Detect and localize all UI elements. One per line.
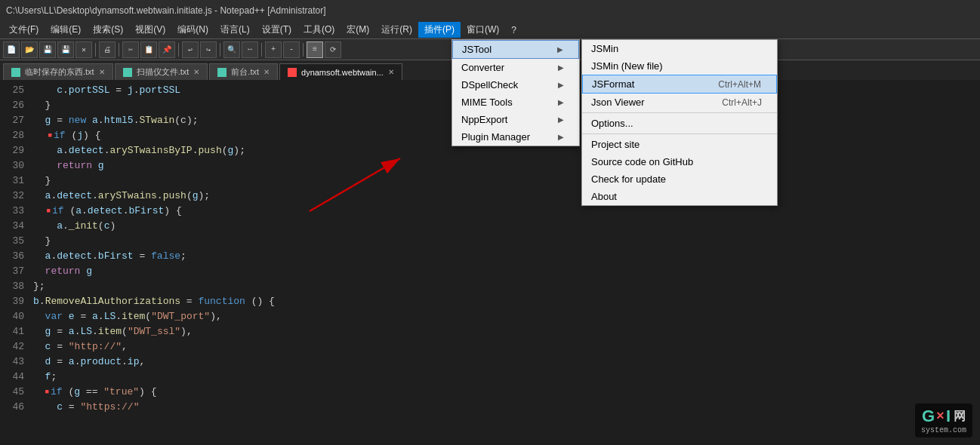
toolbar-paste[interactable]: 📌 xyxy=(159,41,175,58)
toolbar-replace[interactable]: ↔ xyxy=(242,41,258,58)
menu-plugins[interactable]: 插件(P) xyxy=(418,22,461,38)
code-area: 25 26 27 28 29 30 31 32 33 34 35 36 37 3… xyxy=(0,80,980,445)
menu-file[interactable]: 文件(F) xyxy=(3,22,45,38)
tab-icon-frontend xyxy=(217,68,227,77)
line-numbers: 25 26 27 28 29 30 31 32 33 34 35 36 37 3… xyxy=(0,80,30,445)
separator-3 xyxy=(178,43,179,57)
menu-macro[interactable]: 宏(M) xyxy=(341,22,375,38)
toolbar-copy[interactable]: 📋 xyxy=(140,41,157,58)
code-line-25: c.portSSL = j.portSSL xyxy=(30,83,980,98)
code-line-41: g = a.LS.item("DWT_ssl"), xyxy=(30,324,980,339)
tab-scan[interactable]: 扫描仪文件.txt ✕ xyxy=(115,63,208,80)
code-line-33: ■if (a.detect.bFirst) { xyxy=(30,204,980,219)
separator-4 xyxy=(220,43,220,57)
menu-settings[interactable]: 设置(T) xyxy=(256,22,297,38)
toolbar-close[interactable]: ✕ xyxy=(76,41,92,58)
toolbar-sync[interactable]: ⟳ xyxy=(325,41,341,58)
title-text: C:\Users\LL\Desktop\dynamsoft.webtwain.i… xyxy=(6,5,326,16)
toolbar-open[interactable]: 📂 xyxy=(21,41,38,58)
code-line-26: } xyxy=(30,98,980,113)
code-line-40: var e = a.LS.item("DWT_port"), xyxy=(30,309,980,324)
code-line-44: f; xyxy=(30,370,980,385)
watermark-net: 网 xyxy=(954,409,966,425)
tabs-bar: 临时保存的东西.txt ✕ 扫描仪文件.txt ✕ 前台.txt ✕ dynam… xyxy=(0,60,980,80)
tab-close-frontend[interactable]: ✕ xyxy=(263,68,270,76)
code-line-45: ■if (g == "true") { xyxy=(30,385,980,400)
watermark-g: G xyxy=(922,407,935,426)
menu-window[interactable]: 窗口(W) xyxy=(461,22,505,38)
code-line-32: a.detect.arySTwains.push(g); xyxy=(30,189,980,204)
code-line-39: b.RemoveAllAuthorizations = function () … xyxy=(30,294,980,309)
separator-6 xyxy=(303,43,304,57)
watermark-i: I xyxy=(946,407,951,426)
watermark-x: × xyxy=(936,409,945,424)
code-line-28: ■if (j) { xyxy=(30,128,980,143)
tab-icon-scan xyxy=(123,68,132,77)
toolbar-cut[interactable]: ✂ xyxy=(122,41,139,58)
tab-close-scan[interactable]: ✕ xyxy=(193,68,199,76)
code-line-30: return g xyxy=(30,158,980,173)
code-content[interactable]: c.portSSL = j.portSSL } g = new a.html5.… xyxy=(30,80,980,445)
watermark: G × I 网 system.com xyxy=(915,404,972,437)
tab-dynamsoft[interactable]: dynamsoft.webtwain... ✕ xyxy=(279,63,402,80)
toolbar-zoom-in[interactable]: + xyxy=(265,41,282,58)
code-line-29: a.detect.arySTwainsByIP.push(g); xyxy=(30,143,980,158)
menu-language[interactable]: 语言(L) xyxy=(214,22,256,38)
toolbar-save[interactable]: 💾 xyxy=(39,41,56,58)
toolbar-print[interactable]: 🖨 xyxy=(99,41,116,58)
menu-search[interactable]: 搜索(S) xyxy=(87,22,129,38)
separator-5 xyxy=(261,43,262,57)
code-line-36: a.detect.bFirst = false; xyxy=(30,249,980,264)
code-line-31: } xyxy=(30,173,980,189)
toolbar-zoom-out[interactable]: - xyxy=(283,41,300,58)
code-line-43: d = a.product.ip, xyxy=(30,354,980,370)
toolbar-new[interactable]: 📄 xyxy=(3,41,20,58)
menu-view[interactable]: 视图(V) xyxy=(129,22,171,38)
code-line-35: } xyxy=(30,234,980,249)
separator-1 xyxy=(95,43,96,57)
toolbar-find[interactable]: 🔍 xyxy=(223,41,240,58)
code-line-34: a._init(c) xyxy=(30,219,980,234)
tab-icon-dynamsoft xyxy=(288,68,297,77)
toolbar-undo[interactable]: ↩ xyxy=(182,41,199,58)
tab-close-temp[interactable]: ✕ xyxy=(99,68,105,76)
tab-label-temp: 临时保存的东西.txt xyxy=(25,66,94,78)
menu-encode[interactable]: 编码(N) xyxy=(171,22,214,38)
code-line-42: c = "http://", xyxy=(30,339,980,354)
tab-frontend[interactable]: 前台.txt ✕ xyxy=(209,63,278,80)
code-line-37: return g xyxy=(30,264,980,279)
menu-help[interactable]: ? xyxy=(505,23,522,37)
menu-edit[interactable]: 编辑(E) xyxy=(45,22,87,38)
menu-tools[interactable]: 工具(O) xyxy=(297,22,341,38)
tab-temp[interactable]: 临时保存的东西.txt ✕ xyxy=(3,63,113,80)
tab-icon-temp xyxy=(11,68,20,77)
tab-close-dynamsoft[interactable]: ✕ xyxy=(388,68,394,76)
code-line-46: c = "https://" xyxy=(30,400,980,415)
toolbar-wrap[interactable]: ≡ xyxy=(307,41,323,58)
toolbar-save-all[interactable]: 💾 xyxy=(57,41,74,58)
tab-label-scan: 扫描仪文件.txt xyxy=(137,66,190,78)
tab-label-frontend: 前台.txt xyxy=(231,66,259,78)
tab-label-dynamsoft: dynamsoft.webtwain... xyxy=(301,68,384,77)
menu-run[interactable]: 运行(R) xyxy=(375,22,418,38)
toolbar: 📄 📂 💾 💾 ✕ 🖨 ✂ 📋 📌 ↩ ↪ 🔍 ↔ + - ≡ ⟳ xyxy=(0,39,980,60)
toolbar-redo[interactable]: ↪ xyxy=(200,41,217,58)
title-bar: C:\Users\LL\Desktop\dynamsoft.webtwain.i… xyxy=(0,0,980,21)
code-line-38: }; xyxy=(30,279,980,294)
watermark-url: system.com xyxy=(921,426,966,434)
menu-bar: 文件(F) 编辑(E) 搜索(S) 视图(V) 编码(N) 语言(L) 设置(T… xyxy=(0,21,980,39)
code-line-27: g = new a.html5.STwain(c); xyxy=(30,113,980,128)
separator-2 xyxy=(119,43,119,57)
